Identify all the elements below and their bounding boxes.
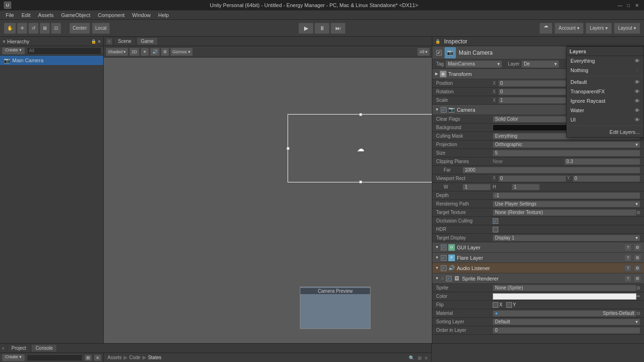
audio-listener-settings[interactable]: ⚙ [634, 264, 641, 272]
layer-default-eye[interactable]: 👁 [635, 79, 640, 85]
menu-assets[interactable]: Assets [34, 11, 58, 19]
audio-listener-header[interactable]: ▼ 🔊 Audio Listener ? ⚙ [432, 263, 644, 273]
flare-layer-enabled[interactable] [441, 255, 446, 261]
sprite-color-swatch[interactable] [493, 293, 636, 300]
menu-component[interactable]: Component [94, 11, 128, 19]
flare-layer-header[interactable]: ▼ F Flare Layer ? ⚙ [432, 253, 644, 263]
vp-w-field[interactable] [462, 184, 491, 190]
layer-water-eye[interactable]: 👁 [635, 107, 640, 113]
gizmos-dropdown[interactable]: Gizmos ▾ [170, 48, 193, 56]
flare-layer-help[interactable]: ? [624, 254, 632, 262]
audio-listener-help[interactable]: ? [624, 264, 632, 272]
layer-everything-eye[interactable]: 👁 [635, 58, 640, 64]
object-enabled-checkbox[interactable] [436, 50, 442, 56]
handle-top[interactable] [359, 113, 362, 116]
vp-y-field[interactable] [573, 175, 641, 182]
tab-game[interactable]: Game [137, 37, 158, 45]
layer-item-transparentfx[interactable]: TransparentFX 👁 [567, 87, 644, 96]
layer-ir-eye[interactable]: 👁 [635, 98, 640, 104]
scale-x-field[interactable] [498, 97, 566, 104]
lock-icon[interactable]: 🔒 [435, 39, 440, 44]
layer-item-everything[interactable]: Everything 👁 [567, 56, 644, 66]
close-button[interactable]: ✕ [634, 2, 640, 8]
hierarchy-item-maincamera[interactable]: 📷 Main Camera [0, 56, 103, 65]
cloud-button[interactable]: ☁ [539, 23, 553, 34]
shading-dropdown[interactable]: Shaded ▾ [106, 48, 128, 56]
edit-layers-button[interactable]: Edit Layers... [567, 127, 644, 137]
tab-console[interactable]: Console [31, 344, 57, 352]
account-dropdown[interactable]: Account ▾ [554, 23, 584, 34]
layout-dropdown[interactable]: Layout ▾ [614, 23, 640, 34]
hierarchy-create-button[interactable]: Create ▾ [2, 47, 25, 55]
handle-left[interactable] [287, 147, 289, 150]
tab-project[interactable]: Project [7, 344, 30, 352]
hierarchy-lock[interactable]: 🔒 [91, 39, 96, 44]
rotate-tool[interactable]: ↺ [28, 23, 39, 34]
order-in-layer-field[interactable] [493, 327, 640, 334]
menu-gameobject[interactable]: GameObject [58, 11, 94, 19]
breadcrumb-filter-icon[interactable]: ⊞ [418, 355, 421, 361]
rot-x-field[interactable] [498, 89, 566, 95]
hierarchy-search[interactable] [27, 47, 101, 55]
layer-item-water[interactable]: Water 👁 [567, 106, 644, 115]
hdr-checkbox[interactable] [493, 227, 498, 232]
flare-layer-settings[interactable]: ⚙ [634, 254, 641, 262]
material-dot[interactable]: ⊙ [636, 311, 640, 316]
step-button[interactable]: ⏭ [330, 23, 346, 34]
depth-field[interactable] [493, 192, 640, 199]
layer-tfx-eye[interactable]: 👁 [635, 89, 640, 94]
audio-listener-enabled[interactable] [441, 265, 446, 271]
hierarchy-menu[interactable]: ≡ [98, 39, 100, 44]
lighting-button[interactable]: ☀ [140, 48, 149, 56]
gui-layer-header[interactable]: ▼ G GUI Layer ? ⚙ [432, 242, 644, 253]
effects-button[interactable]: ⚙ [161, 48, 169, 56]
layers-dropdown-button[interactable]: Layers ▾ [586, 23, 612, 34]
move-tool[interactable]: ✛ [17, 23, 27, 34]
center-button[interactable]: Center [69, 23, 90, 34]
sprite-dot[interactable]: ⊙ [636, 285, 640, 290]
vp-x-field[interactable] [498, 175, 566, 182]
projection-dropdown[interactable]: Orthographic ▾ [493, 141, 640, 148]
gui-layer-help[interactable]: ? [624, 244, 632, 251]
menu-help[interactable]: Help [154, 11, 173, 19]
camera-enabled[interactable] [441, 107, 446, 113]
sprite-dropdown[interactable]: None (Sprite) [493, 285, 636, 291]
target-texture-dot[interactable]: ⊙ [636, 210, 640, 215]
audio-button[interactable]: 🔊 [150, 48, 160, 56]
play-button[interactable]: ▶ [298, 23, 314, 34]
handle-bottom[interactable] [359, 181, 362, 183]
breadcrumb-code[interactable]: Code [129, 355, 140, 360]
rendering-path-dropdown[interactable]: Use Player Settings ▾ [493, 201, 640, 207]
vp-h-field[interactable] [512, 184, 540, 190]
sprite-color-edit[interactable]: ✏ [636, 294, 640, 299]
material-dropdown[interactable]: ● Sprites-Default [493, 310, 636, 317]
hand-tool[interactable]: ✋ [4, 23, 16, 34]
far-field[interactable] [462, 167, 640, 173]
tag-dropdown[interactable]: MainCamera ▾ [446, 60, 502, 68]
layer-item-nothing[interactable]: Nothing 👁 [567, 66, 644, 75]
occlusion-culling-checkbox[interactable] [493, 218, 498, 224]
layer-item-ui[interactable]: UI 👁 [567, 115, 644, 124]
breadcrumb-states[interactable]: States [148, 355, 161, 360]
layer-nothing-eye[interactable]: 👁 [635, 67, 640, 73]
sprite-renderer-help[interactable]: ? [624, 275, 632, 282]
project-filter-btn[interactable]: ⊞ [84, 354, 92, 361]
pause-button[interactable]: ⏸ [314, 23, 330, 34]
tab-scene[interactable]: Scene [114, 37, 135, 45]
layer-item-default[interactable]: Default 👁 [567, 77, 644, 87]
layer-dropdown[interactable]: De ▾ [521, 60, 559, 68]
target-texture-dropdown[interactable]: None (Render Texture) [493, 209, 636, 216]
layer-ui-eye[interactable]: 👁 [635, 117, 640, 123]
scene-all-dropdown[interactable]: All ▾ [417, 48, 430, 56]
project-options-btn[interactable]: ≡ [94, 354, 101, 361]
gui-layer-settings[interactable]: ⚙ [634, 244, 641, 251]
minimize-button[interactable]: — [617, 2, 623, 8]
pos-x-field[interactable] [498, 80, 566, 87]
sprite-renderer-header[interactable]: ▼ ⚠ 🖼 Sprite Renderer ? ⚙ [432, 273, 644, 284]
sprite-renderer-settings[interactable]: ⚙ [634, 275, 641, 282]
layer-item-ignoreraycast[interactable]: Ignore Raycast 👁 [567, 96, 644, 106]
sorting-layer-dropdown[interactable]: Default ▾ [493, 319, 640, 325]
breadcrumb-menu-icon[interactable]: ≡ [425, 355, 428, 361]
local-button[interactable]: Local [92, 23, 110, 34]
sprite-renderer-enabled[interactable] [446, 276, 452, 281]
